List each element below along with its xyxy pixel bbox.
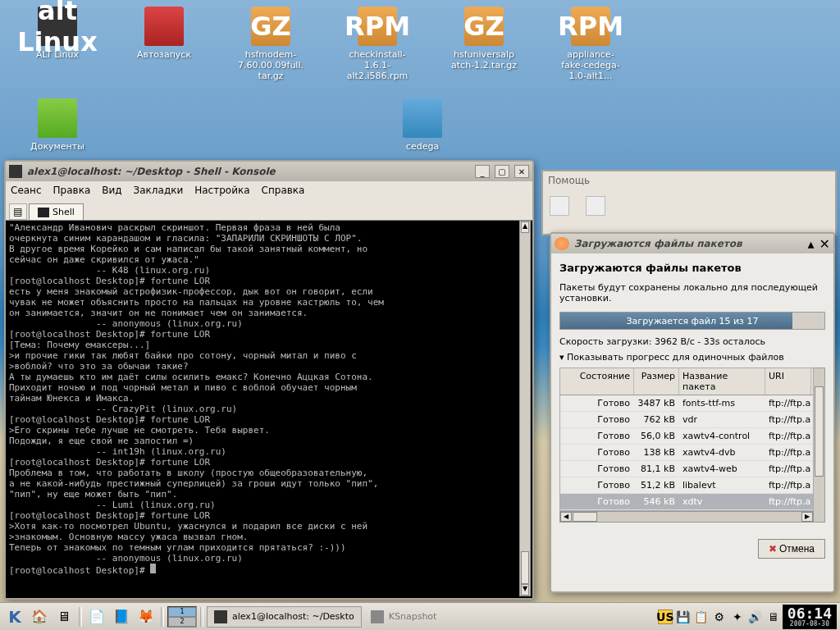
menu-item[interactable]: Вид — [102, 185, 121, 196]
table-row[interactable]: Готово3487 kBfonts-ttf-msftp://ftp.a — [560, 395, 813, 412]
cell: Готово — [560, 494, 634, 509]
maximize-button[interactable]: ▢ — [495, 165, 509, 178]
desktop-icon[interactable]: Документы — [25, 98, 90, 152]
terminal-icon — [38, 208, 49, 217]
table-row[interactable]: Готово546 kBxdtvftp://ftp.a — [560, 494, 813, 510]
scroll-down-button[interactable]: ▼ — [521, 584, 529, 596]
column-header[interactable]: Состояние — [560, 368, 634, 395]
office-button[interactable]: 📄 — [85, 605, 108, 628]
synaptic-window: Помощь — [541, 170, 837, 235]
scroll-up-button[interactable]: ▲ — [521, 221, 529, 233]
menu-item[interactable]: Настройка — [194, 185, 249, 196]
keyboard-layout[interactable]: US — [658, 609, 673, 624]
hscroll-thumb[interactable] — [573, 512, 597, 522]
rpm-icon: RPM — [571, 7, 610, 46]
vscroll-thumb[interactable] — [815, 386, 824, 477]
column-header[interactable]: Название пакета — [679, 368, 765, 395]
tray-icon[interactable]: 💾 — [676, 609, 691, 624]
tray-icon[interactable]: 🖥 — [766, 609, 781, 624]
package-icon — [555, 237, 569, 250]
tray-icon[interactable]: ⚙ — [712, 609, 727, 624]
cell: fonts-ttf-ms — [679, 395, 765, 411]
horizontal-scrollbar[interactable]: ◀ ▶ — [559, 511, 814, 523]
column-header[interactable]: Размер — [634, 368, 679, 395]
toolbar-icon[interactable] — [550, 196, 569, 216]
folder-red-icon — [144, 7, 184, 46]
cell: ftp://ftp.a — [765, 477, 811, 493]
scroll-left-button[interactable]: ◀ — [560, 512, 572, 522]
desktop-icon[interactable]: cedega — [390, 98, 455, 152]
shade-button[interactable]: ▴ — [808, 236, 815, 252]
gz-icon: GZ — [464, 7, 504, 46]
table-header[interactable]: СостояниеРазмерНазвание пакетаURI — [560, 368, 813, 395]
table-row[interactable]: Готово51,2 kBlibalevtftp://ftp.a — [560, 477, 813, 494]
icon-label: Документы — [25, 141, 90, 152]
menu-item[interactable]: Правка — [53, 185, 91, 196]
desktop-icons-row-2: Документыcedega — [25, 98, 455, 152]
table-vscrollbar[interactable] — [814, 368, 825, 523]
cell: ftp://ftp.a — [765, 445, 811, 460]
close-button[interactable]: ✕ — [514, 165, 529, 178]
desktop-icon[interactable]: Автозапуск — [131, 7, 197, 82]
cell: xawtv4-web — [679, 461, 765, 477]
task-label: alex1@localhost: ~/Deskto — [232, 611, 354, 622]
home-button[interactable]: 🏠 — [28, 605, 51, 628]
icon-label: hsfmodem-7.60.00.09full.tar.gz — [238, 49, 304, 82]
minimize-button[interactable]: _ — [475, 165, 490, 178]
pager-2[interactable]: 2 — [168, 617, 196, 627]
tab-shell[interactable]: Shell — [29, 203, 84, 220]
cancel-button[interactable]: Отмена — [758, 539, 825, 559]
firefox-button[interactable]: 🦊 — [135, 605, 158, 628]
folder-blue-icon — [403, 98, 442, 138]
dialog-body: Загружаются файлы пакетов Пакеты будут с… — [551, 253, 833, 567]
office2-button[interactable]: 📘 — [110, 605, 133, 628]
icon-label: hsfuniversalpatch-1.2.tar.gz — [451, 49, 517, 71]
cell: libalevt — [679, 477, 765, 493]
desktop-button[interactable]: 🖥 — [52, 605, 75, 628]
new-tab-button[interactable]: ▤ — [9, 203, 27, 220]
table-row[interactable]: Готово56,0 kBxawtv4-controlftp://ftp.a — [560, 428, 813, 445]
icon-label: checkinstall-1.6.1-alt2.i586.rpm — [345, 49, 410, 82]
kmenu-button[interactable]: K — [3, 605, 26, 628]
progress-bar: Загружается файл 15 из 17 — [559, 312, 825, 330]
menu-item[interactable]: Справка — [262, 185, 305, 196]
desktop-icon[interactable]: RPMcheckinstall-1.6.1-alt2.i586.rpm — [345, 7, 410, 82]
column-header[interactable]: URI — [765, 368, 811, 395]
desktop-pager[interactable]: 1 2 — [167, 606, 197, 628]
task-ksnapshot[interactable]: KSnapshot — [363, 606, 445, 628]
dialog-close-button[interactable]: ✕ — [819, 236, 830, 252]
menu-help[interactable]: Помощь — [548, 175, 590, 186]
tray-icon[interactable]: 🔊 — [748, 609, 763, 624]
toolbar-icon[interactable] — [586, 196, 605, 216]
desktop-icon[interactable]: RPMappliance-fake-cedega-1.0-alt1... — [558, 7, 623, 82]
terminal-output[interactable]: "Александр Иванович раскрыл скриншот. Пе… — [6, 221, 532, 598]
cell: 81,1 kB — [634, 461, 679, 477]
table-row[interactable]: Готово762 kBvdrftp://ftp.a — [560, 412, 813, 428]
table-row[interactable]: Готово81,1 kBxawtv4-webftp://ftp.a — [560, 461, 813, 477]
icon-label: appliance-fake-cedega-1.0-alt1... — [558, 49, 623, 82]
desktop-icon[interactable]: GZhsfmodem-7.60.00.09full.tar.gz — [238, 7, 304, 82]
scroll-right-button[interactable]: ▶ — [801, 512, 813, 522]
terminal-scrollbar[interactable]: ▲ ▼ — [519, 221, 531, 596]
dialog-heading: Загружаются файлы пакетов — [559, 262, 825, 274]
cell: Готово — [560, 445, 634, 460]
icon-label: Автозапуск — [131, 49, 197, 60]
tray-icon[interactable]: 📋 — [694, 609, 709, 624]
dialog-titlebar[interactable]: Загружаются файлы пакетов ▴ ✕ — [551, 234, 833, 253]
menu-item[interactable]: Закладки — [134, 185, 184, 196]
tab-label: Shell — [52, 207, 75, 217]
desktop-icon[interactable]: alt LinuxALT Linux — [25, 7, 90, 82]
table-row[interactable]: Готово138 kBxawtv4-dvbftp://ftp.a — [560, 445, 813, 461]
clock[interactable]: 06:14 2007-08-30 — [783, 605, 837, 629]
menu-item[interactable]: Сеанс — [11, 185, 42, 196]
system-tray: US 💾 📋 ⚙ ✦ 🔊 🖥 — [658, 609, 781, 624]
pager-1[interactable]: 1 — [168, 607, 196, 617]
tray-icon[interactable]: ✦ — [730, 609, 745, 624]
konsole-titlebar[interactable]: alex1@localhost: ~/Desktop - Shell - Kon… — [6, 162, 532, 181]
expander-toggle[interactable]: Показывать прогресс для одиночных файлов — [559, 352, 825, 363]
scroll-thumb[interactable] — [521, 551, 529, 584]
cursor — [150, 564, 156, 573]
task-konsole[interactable]: alex1@localhost: ~/Deskto — [207, 606, 362, 628]
desktop-icon[interactable]: GZhsfuniversalpatch-1.2.tar.gz — [451, 7, 517, 82]
downloads-table: СостояниеРазмерНазвание пакетаURI Готово… — [559, 368, 814, 511]
